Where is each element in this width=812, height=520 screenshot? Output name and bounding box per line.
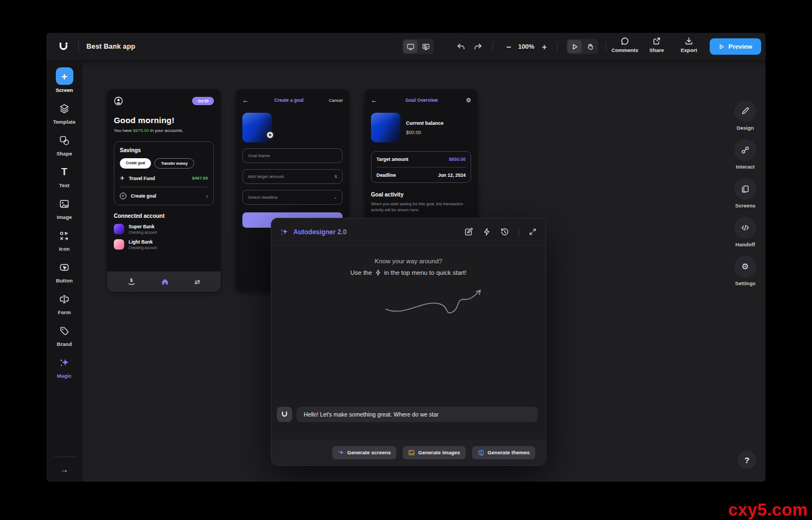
- export-button[interactable]: Export: [673, 37, 705, 53]
- savings-title: Savings: [120, 147, 208, 153]
- goal-image[interactable]: [371, 113, 401, 142]
- gear-icon: ⚙: [734, 256, 756, 278]
- divider: [54, 457, 76, 457]
- account-row[interactable]: Super Bank Checking account: [114, 224, 214, 234]
- tool-shape[interactable]: Shape: [56, 132, 73, 157]
- deadline-select[interactable]: Select deadline ⌄: [242, 190, 343, 205]
- generate-themes-button[interactable]: Generate themes: [472, 446, 535, 459]
- back-arrow-icon[interactable]: ←: [242, 96, 249, 104]
- wireframe-view-button[interactable]: [419, 40, 433, 53]
- generate-images-button[interactable]: Generate images: [403, 446, 466, 459]
- comments-icon: [620, 37, 629, 45]
- magic-sparkle-icon: [56, 354, 73, 371]
- stacked-screens-icon: [734, 178, 756, 200]
- comments-button[interactable]: Comments: [609, 37, 641, 53]
- dollar-suffix: $: [335, 174, 337, 179]
- undo-button[interactable]: [454, 40, 467, 53]
- tool-text[interactable]: T Text: [56, 164, 73, 188]
- back-arrow-icon[interactable]: ←: [371, 96, 378, 104]
- savings-card: Savings Create goal Transfer money ✈ Tra…: [114, 141, 214, 205]
- expand-icon[interactable]: [529, 228, 537, 236]
- export-icon: [685, 37, 693, 45]
- hand-tool-button[interactable]: [583, 40, 597, 53]
- gear-icon[interactable]: ⚙: [466, 97, 471, 104]
- goal-image[interactable]: [242, 113, 272, 142]
- deadline-value: Jun 12, 2024: [438, 172, 466, 178]
- shapes-icon: [56, 132, 73, 148]
- button-cursor-icon: [56, 259, 72, 275]
- screen-home[interactable]: Get $5 Good morning! You have $875.00 in…: [107, 89, 221, 292]
- promo-badge[interactable]: Get $5: [192, 97, 214, 105]
- quick-start-bolt-icon[interactable]: [483, 228, 491, 236]
- target-amount-value: $650.00: [449, 157, 466, 162]
- tool-template[interactable]: Template: [53, 100, 76, 125]
- current-balance-value: $00.00: [406, 130, 444, 135]
- glyphs-icon: [56, 227, 73, 244]
- tool-icon[interactable]: Icon: [56, 227, 73, 252]
- plus-icon: +: [120, 193, 126, 199]
- plane-icon: ✈: [120, 175, 124, 181]
- tool-image[interactable]: Image: [56, 195, 73, 220]
- screen-title: Create a goal: [249, 97, 329, 103]
- new-chat-icon[interactable]: [464, 227, 473, 236]
- create-goal-row[interactable]: + Create goal ›: [120, 193, 208, 199]
- target-amount-input[interactable]: Add target amount $: [242, 169, 343, 184]
- tool-form[interactable]: Form: [56, 291, 73, 315]
- help-button[interactable]: ?: [738, 450, 756, 469]
- panel-interact[interactable]: Interact: [734, 139, 756, 170]
- tool-button[interactable]: Button: [56, 259, 73, 284]
- code-icon: [734, 217, 756, 239]
- balance-subtitle: You have $875.00 in your accounts.: [114, 128, 214, 133]
- collapse-sidebar-button[interactable]: →: [60, 465, 68, 474]
- bolt-icon: [375, 269, 381, 276]
- panel-screens[interactable]: Screens: [734, 178, 756, 209]
- zoom-in-button[interactable]: +: [538, 40, 551, 53]
- tool-magic[interactable]: Magic: [56, 354, 73, 379]
- current-balance-label: Current balance: [406, 120, 444, 126]
- play-hand-toggle: [566, 39, 598, 54]
- divider: [606, 42, 606, 51]
- transfers-nav-icon[interactable]: ⇄: [195, 278, 200, 286]
- total-balance: $875.00: [133, 128, 149, 133]
- fund-row[interactable]: ✈ Travel Fund $467.00: [120, 175, 208, 181]
- panel-design[interactable]: Design: [734, 100, 756, 131]
- watermark: cxy5.com: [728, 500, 808, 520]
- preview-button[interactable]: Preview: [710, 38, 761, 55]
- panel-handoff[interactable]: Handoff: [734, 217, 756, 247]
- history-icon[interactable]: [500, 227, 509, 236]
- assistant-avatar: [277, 407, 292, 422]
- payments-nav-icon[interactable]: $: [127, 278, 136, 286]
- zoom-out-button[interactable]: −: [502, 40, 515, 53]
- sparkle-icon: [338, 449, 344, 456]
- uizard-logo-icon[interactable]: [56, 39, 71, 54]
- tool-brand[interactable]: Brand: [56, 322, 73, 347]
- play-mode-button[interactable]: [567, 40, 582, 53]
- share-button[interactable]: Share: [641, 37, 672, 53]
- goal-name-input[interactable]: Goal Name: [242, 148, 343, 163]
- goal-activity-text: When you start saving for this goal, the…: [371, 201, 469, 213]
- home-nav-icon[interactable]: [161, 278, 169, 286]
- panel-settings[interactable]: ⚙ Settings: [734, 256, 756, 286]
- zoom-level[interactable]: 100%: [518, 33, 534, 60]
- tool-screen[interactable]: + Screen: [56, 67, 73, 93]
- share-icon: [652, 37, 661, 45]
- onboarding-hint: Know your way around? Use the in the top…: [271, 258, 546, 276]
- cancel-button[interactable]: Cancel: [329, 98, 343, 103]
- redo-button[interactable]: [471, 40, 484, 53]
- edit-photo-icon[interactable]: [266, 131, 274, 139]
- account-row[interactable]: Light Bank Checking account: [114, 239, 214, 250]
- goal-details-card: Target amount $650.00 Deadline Jun 12, 2…: [371, 151, 471, 183]
- divider: [78, 41, 79, 53]
- assistant-message: Hello! Let's make something great. Where…: [297, 407, 538, 422]
- transfer-money-pill-button[interactable]: Transfer money: [154, 158, 194, 169]
- generate-screens-button[interactable]: Generate screens: [332, 446, 397, 459]
- image-icon: [56, 195, 73, 212]
- profile-avatar-icon[interactable]: [114, 96, 123, 106]
- plus-icon: +: [56, 67, 73, 85]
- screen-title: Goal Overview: [378, 97, 466, 103]
- design-view-button[interactable]: [403, 40, 417, 53]
- svg-text:$: $: [130, 278, 133, 283]
- image-icon: [408, 449, 415, 456]
- create-goal-pill-button[interactable]: Create goal: [120, 158, 151, 169]
- project-title[interactable]: Best Bank app: [86, 43, 135, 50]
